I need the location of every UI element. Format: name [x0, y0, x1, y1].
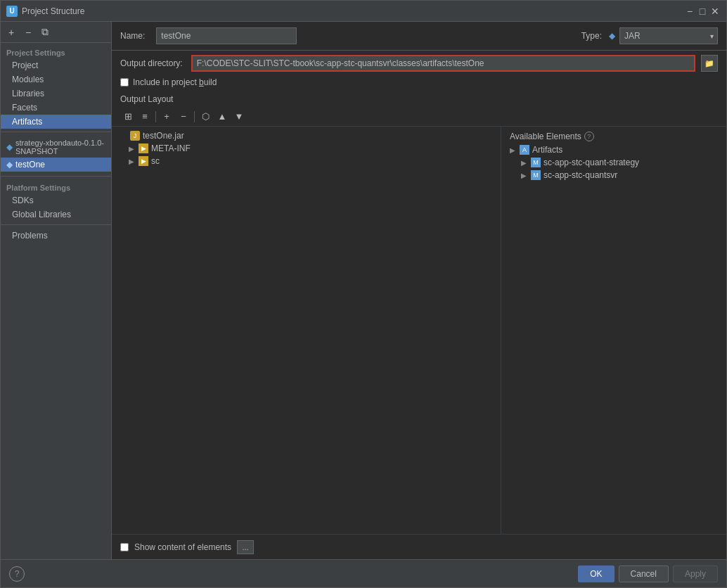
arrow-down-icon: ▼: [235, 111, 244, 122]
artifacts-icon: A: [520, 145, 529, 155]
output-layout-section: Output Layout ⊞ ≡ + −: [112, 91, 726, 559]
sidebar-remove-button[interactable]: −: [20, 25, 36, 40]
sidebar-item-project[interactable]: Project: [1, 58, 111, 72]
layout-move-into-button[interactable]: ⬡: [198, 109, 213, 124]
sidebar-item-facets[interactable]: Facets: [1, 101, 111, 115]
platform-settings-label: Platform Settings: [1, 179, 111, 193]
layout-remove-icon: −: [181, 111, 186, 122]
meta-inf-expand: ▶: [129, 145, 136, 153]
project-structure-window: U Project Structure − □ ✕ + − ⧉: [0, 0, 727, 588]
layout-tree: J testOne.jar ▶ ▶ META-INF ▶ ▶ sc: [112, 127, 501, 534]
app-icon: U: [6, 6, 18, 17]
sidebar-item-libraries[interactable]: Libraries: [1, 87, 111, 101]
output-directory-label: Output directory:: [120, 58, 183, 68]
apply-button[interactable]: Apply: [673, 565, 718, 582]
project-entry-testone[interactable]: ◆ testOne: [1, 158, 111, 172]
sidebar-nav: Project Settings Project Modules Librari…: [1, 43, 111, 559]
jar-icon: ◆: [609, 31, 615, 41]
include-label: Include in project build: [133, 77, 217, 87]
close-button[interactable]: ✕: [709, 6, 721, 17]
nav-separator-2: [1, 176, 111, 177]
type-select-wrapper: JAR: [619, 27, 718, 44]
name-input[interactable]: [156, 27, 297, 44]
nav-separator-3: [1, 224, 111, 225]
output-directory-input[interactable]: [191, 55, 695, 72]
project-settings-label: Project Settings: [1, 46, 111, 58]
diamond-icon-2: ◆: [6, 160, 13, 170]
browse-button[interactable]: 📁: [701, 55, 718, 72]
folder-icon-meta: ▶: [139, 143, 148, 153]
avail-item-quantsvr[interactable]: ▶ M sc-app-stc-quantsvr: [501, 169, 726, 181]
bottom-bar: Show content of elements ...: [112, 534, 726, 559]
layout-remove-button[interactable]: −: [176, 109, 191, 124]
tree-item-testone-jar[interactable]: J testOne.jar: [112, 129, 501, 142]
layout-add-button[interactable]: +: [159, 109, 174, 124]
sidebar-item-global-libraries[interactable]: Global Libraries: [1, 207, 111, 222]
main-content: + − ⧉ Project Settings Project Modules: [1, 22, 726, 559]
type-select[interactable]: JAR: [619, 27, 718, 44]
avail-item-strategy[interactable]: ▶ M sc-app-stc-quant-strategy: [501, 156, 726, 169]
sidebar-item-modules[interactable]: Modules: [1, 72, 111, 87]
grid-icon: ⊞: [124, 111, 132, 122]
sidebar-item-sdks[interactable]: SDKs: [1, 193, 111, 207]
sc-expand: ▶: [129, 158, 136, 165]
title-bar: U Project Structure − □ ✕: [1, 1, 726, 22]
artifact-header: Name: Type: ◆ JAR: [112, 22, 726, 51]
strategy-expand: ▶: [521, 159, 528, 167]
list-icon: ≡: [142, 111, 148, 122]
output-layout-label: Output Layout: [112, 91, 726, 107]
toolbar-separator: [155, 111, 156, 122]
include-row: Include in project build: [112, 76, 726, 91]
type-label: Type:: [581, 31, 602, 41]
module-icon-strategy: M: [531, 158, 541, 167]
ok-button[interactable]: OK: [578, 565, 614, 582]
add-icon: +: [8, 27, 14, 38]
help-button[interactable]: ?: [9, 566, 25, 582]
toolbar-separator-2: [194, 111, 195, 122]
ellipsis-icon: ...: [243, 543, 249, 551]
folder-icon-sc: ▶: [139, 156, 148, 166]
minimize-button[interactable]: −: [684, 6, 695, 17]
project-entry-strategy[interactable]: ◆ strategy-xbondauto-0.1.0-SNAPSHOT: [1, 136, 111, 158]
name-label: Name:: [120, 31, 145, 41]
layout-add-icon: +: [164, 111, 169, 122]
main-panel: Name: Type: ◆ JAR Output directory:: [112, 22, 726, 559]
nav-separator-1: [1, 132, 111, 132]
copy-icon: ⧉: [41, 26, 49, 38]
help-icon[interactable]: ?: [584, 132, 594, 141]
sidebar-item-artifacts[interactable]: Artifacts: [1, 115, 111, 129]
layout-move-down-button[interactable]: ▼: [231, 109, 247, 124]
show-content-label: Show content of elements: [134, 542, 231, 552]
jar-icon: J: [130, 131, 140, 141]
sidebar-add-button[interactable]: +: [4, 25, 19, 40]
artifacts-expand: ▶: [510, 146, 517, 154]
available-elements: Available Elements ? ▶ A Artifacts ▶ M s…: [501, 127, 726, 534]
cancel-button[interactable]: Cancel: [619, 565, 669, 582]
show-content-checkbox[interactable]: [120, 543, 129, 551]
folder-icon: 📁: [705, 59, 714, 68]
diamond-icon: ◆: [6, 142, 13, 152]
sidebar-item-problems[interactable]: Problems: [1, 228, 111, 243]
sidebar-toolbar: + − ⧉: [1, 22, 111, 43]
move-into-icon: ⬡: [202, 111, 210, 122]
sidebar-copy-button[interactable]: ⧉: [37, 25, 53, 40]
tree-item-meta-inf[interactable]: ▶ ▶ META-INF: [112, 142, 501, 155]
layout-content: J testOne.jar ▶ ▶ META-INF ▶ ▶ sc: [112, 127, 726, 534]
layout-list-button[interactable]: ≡: [137, 109, 153, 124]
layout-toolbar: ⊞ ≡ + − ⬡: [112, 107, 726, 127]
maximize-button[interactable]: □: [697, 6, 708, 17]
window-title: Project Structure: [22, 6, 684, 16]
ellipsis-button[interactable]: ...: [237, 540, 254, 554]
no-expand-spacer: [120, 132, 127, 140]
available-elements-header: Available Elements ?: [501, 129, 726, 143]
layout-move-up-button[interactable]: ▲: [214, 109, 230, 124]
layout-grid-button[interactable]: ⊞: [120, 109, 136, 124]
tree-item-sc[interactable]: ▶ ▶ sc: [112, 155, 501, 167]
arrow-up-icon: ▲: [218, 111, 227, 122]
sidebar: + − ⧉ Project Settings Project Modules: [1, 22, 112, 559]
include-checkbox[interactable]: [120, 78, 129, 87]
type-section: Type: ◆ JAR: [581, 27, 718, 44]
avail-item-artifacts[interactable]: ▶ A Artifacts: [501, 143, 726, 156]
remove-icon: −: [25, 27, 31, 38]
quantsvr-expand: ▶: [521, 172, 528, 179]
